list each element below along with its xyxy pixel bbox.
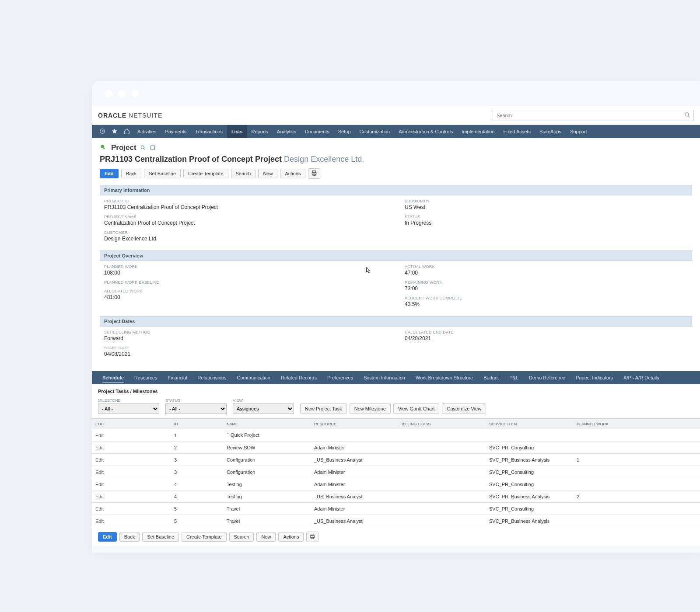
- new-button[interactable]: New: [256, 532, 276, 542]
- cell: _US_Business Analyst: [311, 494, 398, 499]
- set-baseline-button[interactable]: Set Baseline: [144, 169, 181, 178]
- tab-p-l[interactable]: P&L: [504, 371, 524, 384]
- menu-item-suiteapps[interactable]: SuiteApps: [535, 125, 566, 138]
- history-icon[interactable]: [96, 128, 108, 136]
- tab-a-p-a-r-details[interactable]: A/P - A/R Details: [618, 371, 665, 384]
- filter-milestone: MILESTONE - All -: [98, 398, 159, 414]
- star-icon[interactable]: [108, 128, 121, 136]
- field-allocated-work: ALLOCATED WORK481:00: [104, 289, 387, 300]
- cell: Configuration: [223, 457, 311, 462]
- new-project-task-button[interactable]: New Project Task: [300, 403, 347, 414]
- filter-milestone-label: MILESTONE: [98, 398, 159, 403]
- page-header: Project: [100, 143, 692, 152]
- menu-item-fixed-assets[interactable]: Fixed Assets: [499, 125, 535, 138]
- menu-item-transactions[interactable]: Transactions: [191, 125, 227, 138]
- create-template-button[interactable]: Create Template: [182, 532, 227, 542]
- record-title: PRJ1103 Centralization Proof of Concept …: [100, 155, 692, 164]
- field-start-date: START DATE04/08/2021: [104, 346, 387, 357]
- menu-item-customization[interactable]: Customization: [355, 125, 395, 138]
- browser-chrome: ORACLE NETSUITE ActivitiesPaymentsTransa…: [92, 81, 700, 553]
- field-percent-work-complete: PERCENT WORK COMPLETE43.5%: [405, 296, 688, 307]
- cell: SVC_PR_Consulting: [486, 469, 573, 475]
- filter-status-select[interactable]: - All -: [165, 403, 227, 414]
- edit-link[interactable]: Edit: [92, 482, 171, 487]
- tab-relationships[interactable]: Relationships: [192, 371, 232, 384]
- new-milestone-button[interactable]: New Milestone: [350, 403, 391, 414]
- print-button[interactable]: [308, 168, 320, 179]
- search-button[interactable]: Search: [231, 169, 256, 178]
- filter-view-select[interactable]: Assignees: [233, 403, 294, 414]
- brand-logo: ORACLE NETSUITE: [98, 112, 162, 119]
- cell: 3: [171, 457, 206, 462]
- field-value: 04/20/2021: [405, 335, 688, 341]
- tab-resources[interactable]: Resources: [129, 371, 163, 384]
- mini-search-icon[interactable]: [140, 145, 146, 151]
- create-template-button[interactable]: Create Template: [183, 169, 228, 178]
- new-button[interactable]: New: [258, 169, 277, 178]
- table-row: Edit1˅ Quick Project: [92, 429, 700, 442]
- record-tabs: ScheduleResourcesFinancialRelationshipsC…: [92, 371, 700, 384]
- set-baseline-button[interactable]: Set Baseline: [142, 532, 179, 542]
- project-icon: [100, 144, 108, 152]
- tab-schedule[interactable]: Schedule: [97, 371, 129, 384]
- tab-work-breakdown-structure[interactable]: Work Breakdown Structure: [410, 371, 478, 384]
- filter-status-label: STATUS: [165, 398, 227, 403]
- back-button[interactable]: Back: [119, 532, 140, 542]
- menu-item-payments[interactable]: Payments: [161, 125, 191, 138]
- menu-item-support[interactable]: Support: [566, 125, 592, 138]
- tab-project-indicators[interactable]: Project Indicators: [570, 371, 618, 384]
- field-subsidiary: SUBSIDIARYUS West: [405, 199, 688, 210]
- brand-oracle: ORACLE: [98, 112, 126, 119]
- menu-item-documents[interactable]: Documents: [301, 125, 334, 138]
- cell: Adam Minister: [311, 506, 398, 511]
- edit-link[interactable]: Edit: [92, 445, 171, 450]
- cell: ˅ Quick Project: [223, 432, 311, 438]
- menu-item-administration-controls[interactable]: Administration & Controls: [394, 125, 457, 138]
- print-button[interactable]: [306, 532, 318, 542]
- field-label: START DATE: [104, 346, 387, 350]
- edit-button[interactable]: Edit: [100, 169, 119, 178]
- search-button[interactable]: Search: [229, 532, 254, 542]
- expand-icon[interactable]: [150, 145, 156, 151]
- tab-related-records[interactable]: Related Records: [276, 371, 322, 384]
- edit-link[interactable]: Edit: [92, 469, 171, 475]
- menu-item-reports[interactable]: Reports: [247, 125, 273, 138]
- filter-milestone-select[interactable]: - All -: [98, 403, 159, 414]
- edit-button[interactable]: Edit: [98, 532, 117, 542]
- actions-button[interactable]: Actions: [278, 532, 304, 542]
- menu-item-lists[interactable]: Lists: [227, 125, 247, 138]
- menu-item-implementation[interactable]: Implementation: [457, 125, 499, 138]
- print-icon: [309, 533, 315, 539]
- edit-link[interactable]: Edit: [92, 506, 171, 511]
- menu-item-setup[interactable]: Setup: [334, 125, 355, 138]
- field-label: ACTUAL WORK: [405, 264, 688, 269]
- tab-financial[interactable]: Financial: [162, 371, 192, 384]
- print-icon: [311, 170, 317, 176]
- col-edit: EDIT: [92, 422, 171, 426]
- field-label: CALCULATED END DATE: [405, 330, 688, 334]
- actions-button[interactable]: Actions: [280, 169, 305, 178]
- tab-budget[interactable]: Budget: [478, 371, 504, 384]
- cell: 1: [573, 457, 700, 462]
- record-type: Project: [111, 143, 136, 152]
- back-button[interactable]: Back: [121, 169, 141, 178]
- cell: Travel: [223, 506, 311, 511]
- edit-link[interactable]: Edit: [92, 518, 171, 524]
- view-gantt-chart-button[interactable]: View Gantt Chart: [393, 403, 440, 414]
- edit-link[interactable]: Edit: [92, 494, 171, 499]
- menu-item-analytics[interactable]: Analytics: [273, 125, 301, 138]
- search-input[interactable]: [493, 110, 694, 121]
- edit-link[interactable]: Edit: [92, 457, 171, 462]
- tab-system-information[interactable]: System Information: [358, 371, 410, 384]
- menu-item-activities[interactable]: Activities: [133, 125, 161, 138]
- edit-link[interactable]: Edit: [92, 433, 171, 438]
- tab-demo-reference[interactable]: Demo Reference: [524, 371, 570, 384]
- cell: SVC_PR_Business Analysis: [486, 494, 573, 499]
- field-label: ALLOCATED WORK: [104, 289, 387, 293]
- field-value: Centralization Proof of Concept Project: [104, 220, 387, 226]
- home-icon[interactable]: [121, 128, 133, 136]
- tab-communication[interactable]: Communication: [232, 371, 276, 384]
- customize-view-button[interactable]: Customize View: [442, 403, 486, 414]
- tab-preferences[interactable]: Preferences: [322, 371, 358, 384]
- cell: 1: [171, 433, 206, 438]
